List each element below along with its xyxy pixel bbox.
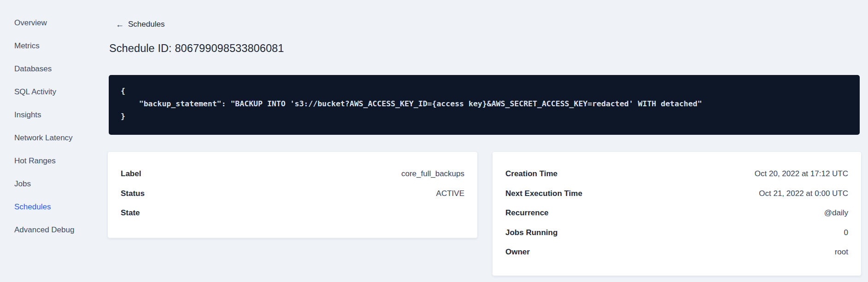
sidebar-item-insights[interactable]: Insights bbox=[14, 110, 104, 133]
detail-row-state: State bbox=[121, 208, 464, 228]
arrow-left-icon: ← bbox=[116, 20, 124, 29]
sidebar-nav: Overview Metrics Databases SQL Activity … bbox=[0, 0, 104, 282]
back-to-schedules-link[interactable]: ← Schedules bbox=[116, 20, 164, 29]
detail-row-owner: Owner root bbox=[505, 247, 848, 267]
detail-label: Owner bbox=[505, 247, 530, 257]
detail-value: @daily bbox=[824, 208, 848, 218]
sidebar-item-advanced-debug[interactable]: Advanced Debug bbox=[14, 225, 104, 248]
detail-value: ACTIVE bbox=[436, 189, 464, 198]
detail-label: Status bbox=[121, 189, 145, 198]
detail-row-jobs-running: Jobs Running 0 bbox=[505, 228, 848, 248]
execution-details-card: Creation Time Oct 20, 2022 at 17:12 UTC … bbox=[492, 151, 862, 276]
detail-row-label: Label core_full_backups bbox=[121, 169, 464, 189]
detail-label: Label bbox=[121, 169, 141, 178]
detail-row-creation-time: Creation Time Oct 20, 2022 at 17:12 UTC bbox=[505, 169, 848, 189]
sidebar-item-jobs[interactable]: Jobs bbox=[14, 179, 104, 202]
detail-label: Next Execution Time bbox=[505, 189, 582, 198]
sidebar-item-sql-activity[interactable]: SQL Activity bbox=[14, 87, 104, 110]
detail-label: Jobs Running bbox=[505, 228, 557, 237]
detail-label: Recurrence bbox=[505, 208, 549, 218]
detail-value: core_full_backups bbox=[401, 169, 464, 178]
sidebar-item-hot-ranges[interactable]: Hot Ranges bbox=[14, 156, 104, 179]
detail-value: 0 bbox=[844, 228, 848, 237]
back-link-label: Schedules bbox=[128, 20, 164, 29]
detail-value: Oct 21, 2022 at 0:00 UTC bbox=[759, 189, 848, 198]
sidebar-item-databases[interactable]: Databases bbox=[14, 64, 104, 87]
detail-label: Creation Time bbox=[505, 169, 557, 178]
sidebar-nav-list: Overview Metrics Databases SQL Activity … bbox=[0, 0, 104, 248]
detail-row-next-execution-time: Next Execution Time Oct 21, 2022 at 0:00… bbox=[505, 189, 848, 209]
schedule-statement-code-block: { "backup_statement": "BACKUP INTO 's3:/… bbox=[109, 75, 860, 135]
backup-statement-code: { "backup_statement": "BACKUP INTO 's3:/… bbox=[121, 85, 848, 123]
detail-value: Oct 20, 2022 at 17:12 UTC bbox=[755, 169, 848, 178]
detail-label: State bbox=[121, 208, 140, 218]
schedule-details-card: Label core_full_backups Status ACTIVE St… bbox=[107, 151, 478, 238]
detail-value: root bbox=[835, 247, 848, 257]
page-title: Schedule ID: 806799098533806081 bbox=[109, 42, 284, 55]
sidebar-item-metrics[interactable]: Metrics bbox=[14, 41, 104, 64]
sidebar-item-overview[interactable]: Overview bbox=[14, 18, 104, 41]
detail-row-status: Status ACTIVE bbox=[121, 189, 464, 209]
sidebar-item-schedules[interactable]: Schedules bbox=[14, 202, 104, 225]
detail-row-recurrence: Recurrence @daily bbox=[505, 208, 848, 228]
sidebar-item-network-latency[interactable]: Network Latency bbox=[14, 133, 104, 156]
